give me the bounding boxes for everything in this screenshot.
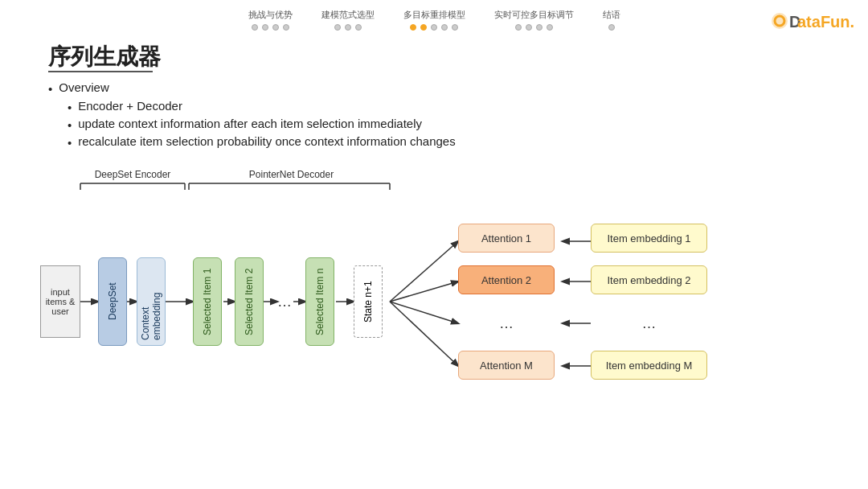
attention-ellipsis: … [499,315,514,332]
bullet-main-text: Overview [59,80,109,94]
nav-section-1[interactable]: 挑战与优势 [234,9,307,31]
attention1-box: Attention 1 [458,224,555,253]
attention1-label: Attention 1 [481,232,531,244]
title-underline [48,71,153,72]
bullet-sub-3: • recalculate item selection probability… [68,134,456,150]
nav-dot [262,24,268,31]
bullet-sub-1: • Encoder + Decoder [68,99,456,114]
attention-dots: … [458,309,555,338]
page-title: 序列生成器 [48,42,161,72]
nav-dot [547,24,553,31]
nav-dot [536,24,542,31]
ellipsis-between: … [277,294,292,310]
embedding1-box: Item embedding 1 [591,224,707,253]
selected1-label: Selected Item 1 [202,268,213,335]
nav-dot [608,24,615,31]
deepset-box: DeepSet [98,257,127,346]
bullet-sub-text-1: Encoder + Decoder [78,99,182,113]
bullet-sub-text-3: recalculate item selection probability o… [78,134,455,148]
state-label: State n+1 [362,281,374,323]
bullet-main: • Overview [48,80,456,96]
nav-dot [431,24,437,31]
nav-section-5[interactable]: 结语 [588,9,635,31]
bullet-sub-icon: • [68,118,72,132]
embedding-dots: … [591,309,707,338]
input-box: input items & user [40,265,80,338]
nav-section-3[interactable]: 多目标重排模型 [389,9,480,31]
context-box: Context embedding [137,257,166,346]
selected1-box: Selected Item 1 [193,257,222,346]
bullets: • Overview • Encoder + Decoder • update … [48,80,456,152]
nav-dots-4 [515,24,553,31]
bullet-sub-icon: • [68,136,72,150]
nav-label-2: 建模范式选型 [321,9,375,21]
nav-section-2[interactable]: 建模范式选型 [307,9,389,31]
selectedn-box: Selected Item n [305,257,334,346]
embeddingM-label: Item embedding M [606,360,693,372]
nav-label-3: 多目标重排模型 [403,9,465,21]
nav-dots-1 [252,24,289,31]
bullet-sub-icon: • [68,101,72,114]
pointer-decoder-label: PointerNet Decoder [189,169,394,180]
nav-dot [452,24,458,31]
attentionM-box: Attention M [458,351,555,380]
nav-dot-active [410,24,416,31]
nav-dot [441,24,448,31]
logo: D ataFun. [767,6,855,40]
svg-line-20 [390,302,458,366]
deepset-label: DeepSet [107,283,118,321]
selectedn-label: Selected Item n [314,268,326,335]
embedding2-label: Item embedding 2 [607,274,690,286]
nav-dot [345,24,351,31]
svg-line-18 [390,281,458,302]
nav-section-4[interactable]: 实时可控多目标调节 [480,9,588,31]
state-box: State n+1 [354,265,383,338]
selected2-box: Selected Item 2 [235,257,264,346]
bullet-sub-2: • update context information after each … [68,117,456,132]
bullet-icon: • [48,82,52,96]
context-label: Context embedding [140,263,162,340]
nav-dot [252,24,258,31]
top-nav: 挑战与优势 建模范式选型 多目标重排模型 实时可控多目标调节 [0,0,868,39]
nav-dots-5 [608,24,615,31]
selected2-label: Selected Item 2 [244,268,255,335]
nav-dots-3 [410,24,458,31]
nav-dot [272,24,279,31]
attentionM-label: Attention M [480,360,533,372]
svg-line-17 [390,241,458,302]
nav-dot [283,24,289,31]
embeddingM-box: Item embedding M [591,351,707,380]
diagram: input items & user DeepSet Context embed… [32,169,852,473]
svg-line-19 [390,302,458,323]
nav-label-5: 结语 [603,9,620,21]
nav-dot [334,24,341,31]
embedding1-label: Item embedding 1 [607,232,690,244]
nav-label-4: 实时可控多目标调节 [494,9,574,21]
deepset-encoder-label: DeepSet Encoder [72,169,193,180]
nav-dot [526,24,532,31]
attention2-box: Attention 2 [458,265,555,294]
svg-text:ataFun.: ataFun. [797,13,854,31]
embedding2-box: Item embedding 2 [591,265,707,294]
nav-label-1: 挑战与优势 [248,9,293,21]
attention2-label: Attention 2 [481,274,531,286]
nav-dot-active [420,24,427,31]
embedding-ellipsis: … [642,315,657,332]
nav-dot [355,24,362,31]
input-label: input items & user [44,287,76,316]
bullet-sub-text-2: update context information after each it… [78,117,422,130]
nav-dot [515,24,522,31]
nav-dots-2 [334,24,362,31]
